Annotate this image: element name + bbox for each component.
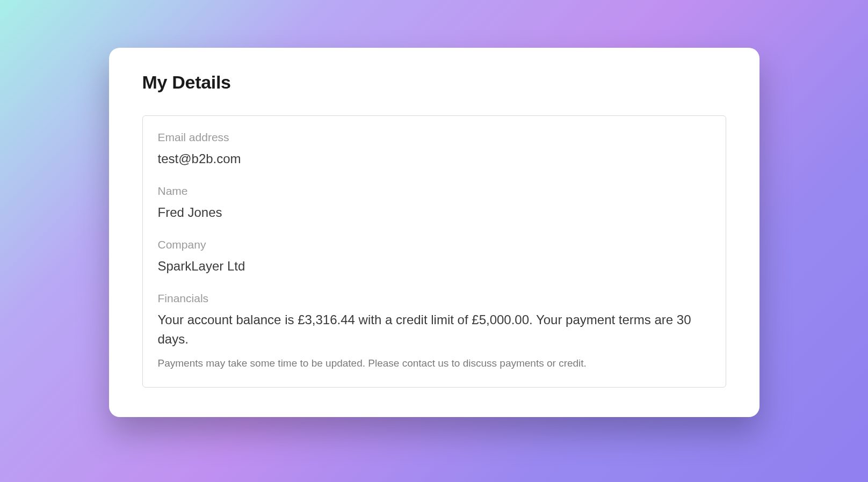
name-field: Name Fred Jones xyxy=(158,185,711,222)
email-field: Email address test@b2b.com xyxy=(158,131,711,169)
financials-field: Financials Your account balance is £3,31… xyxy=(158,292,711,371)
company-field: Company SparkLayer Ltd xyxy=(158,238,711,276)
email-label: Email address xyxy=(158,131,711,144)
name-label: Name xyxy=(158,185,711,198)
details-card: My Details Email address test@b2b.com Na… xyxy=(109,48,760,417)
email-value: test@b2b.com xyxy=(158,149,711,169)
financials-note: Payments may take some time to be update… xyxy=(158,356,711,371)
page-title: My Details xyxy=(142,72,726,93)
details-box: Email address test@b2b.com Name Fred Jon… xyxy=(142,115,726,388)
financials-label: Financials xyxy=(158,292,711,305)
company-label: Company xyxy=(158,238,711,251)
name-value: Fred Jones xyxy=(158,203,711,222)
financials-value: Your account balance is £3,316.44 with a… xyxy=(158,310,711,349)
company-value: SparkLayer Ltd xyxy=(158,257,711,276)
